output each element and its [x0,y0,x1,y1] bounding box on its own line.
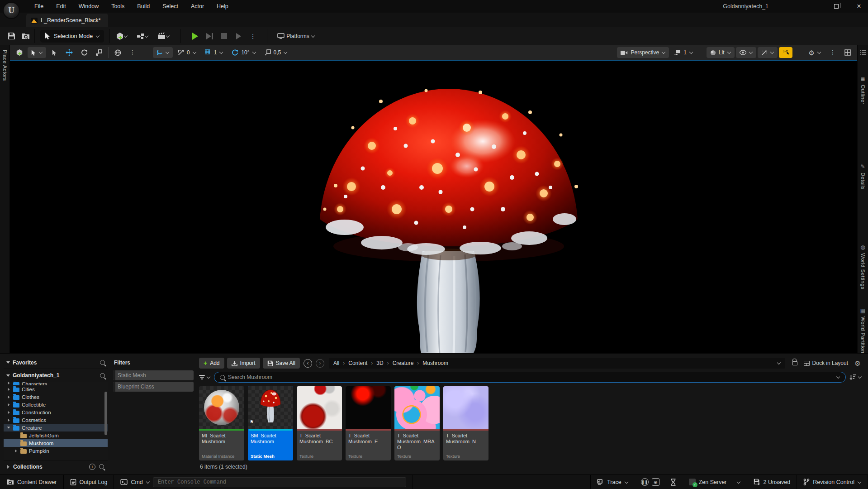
menu-build[interactable]: Build [132,1,155,11]
perspective-dropdown[interactable]: Perspective [617,47,669,58]
transform-kebab[interactable]: ⋮ [126,47,139,58]
back-button[interactable]: ‹ [304,359,312,368]
tree-item-characters[interactable]: Characters [4,382,108,385]
place-actors-tab[interactable]: Place Actors [0,45,10,353]
menu-select[interactable]: Select [157,1,184,11]
dock-in-layout-button[interactable]: Dock in Layout [804,360,848,366]
save-all-button[interactable]: Save All [263,358,300,369]
quad-layout-button[interactable] [841,47,854,58]
platforms-dropdown[interactable]: Platforms [275,30,318,42]
tree-item-pumpkin[interactable]: Pumpkin [4,447,108,455]
expand-arrow-icon[interactable] [6,382,11,385]
search-assets-input[interactable] [228,374,833,380]
tree-item-construction[interactable]: Construction [4,408,108,416]
right-tab-details[interactable]: ✎Details [860,163,866,190]
zen-server-dropdown[interactable]: Zen Server [683,475,747,489]
filter-dropdown[interactable] [199,375,210,379]
tree-item-jellyfishgum[interactable]: JellyfishGum [4,431,108,439]
search-icon[interactable] [100,373,105,378]
output-log-button[interactable]: Output Log [64,475,114,489]
search-icon[interactable] [99,464,104,469]
content-drawer-button[interactable]: Content Drawer [0,475,64,489]
tree-item-mushroom[interactable]: Mushroom [4,439,108,447]
search-icon[interactable] [100,360,105,365]
expand-arrow-icon[interactable] [6,388,11,391]
menu-actor[interactable]: Actor [185,1,209,11]
cinematics-dropdown[interactable] [153,30,173,43]
snapshot-icon[interactable]: ◉ [652,478,659,486]
play-options-kebab[interactable]: ⋮ [246,30,260,43]
asset-tile-t_scarlet-mushroom_e[interactable]: T_Scarlet Mushroom_ETexture [346,386,391,460]
minimize-button[interactable]: — [805,0,823,12]
content-browser-settings-button[interactable]: ⚙ [851,358,864,369]
filter-chip-static-mesh[interactable]: Static Mesh [113,370,194,380]
screen-percentage-dropdown[interactable]: 1 [670,47,697,58]
breadcrumb-3d[interactable]: 3D [376,360,383,366]
sort-dropdown[interactable] [849,374,864,380]
console-command-input[interactable]: Enter Console Command [153,477,406,487]
expand-arrow-icon[interactable] [6,403,11,407]
add-button[interactable]: + Add [199,358,224,369]
breadcrumb[interactable]: All›Content›3D›Creature›Mushroom [329,358,785,369]
tree-scrollbar[interactable] [104,392,107,435]
asset-tile-t_scarlet-mushroom_bc[interactable]: T_Scarlet Mushroom_BCTexture [297,386,342,460]
right-tab-world-settings[interactable]: ◍World Settings [860,244,866,289]
breadcrumb-creature[interactable]: Creature [393,360,414,366]
import-button[interactable]: Import [227,358,260,369]
browse-content-button[interactable] [19,30,33,43]
expand-arrow-icon[interactable] [6,411,11,414]
search-options-chevron[interactable] [836,375,840,379]
save-level-button[interactable] [5,30,18,43]
breadcrumb-mushroom[interactable]: Mushroom [422,360,448,366]
favorites-header[interactable]: Favorites [4,356,108,369]
expand-arrow-icon[interactable] [14,449,18,453]
asset-tile-t_scarlet-mushroom_mrao[interactable]: T_Scarlet Mushroom_MRAOTexture [394,386,440,460]
expand-arrow-icon[interactable] [6,418,11,422]
vp-add-actor-button[interactable] [13,47,26,58]
tree-item-collectible[interactable]: Collectible [4,401,108,408]
menu-edit[interactable]: Edit [51,1,71,11]
asset-tile-sm_scarlet-mushroom[interactable]: *SM_Scarlet MushroomStatic Mesh [248,386,293,460]
asset-tile-t_scarlet-mushroom_n[interactable]: T_Scarlet Mushroom_NTexture [443,386,489,460]
select-tool-button[interactable] [47,47,61,58]
scale-tool-button[interactable] [92,47,106,58]
right-tab-outliner[interactable]: ≣Outliner [860,76,866,104]
eject-button[interactable] [232,30,245,43]
viewport-settings-dropdown[interactable]: ⚙ [805,47,825,58]
menu-file[interactable]: File [29,1,49,11]
close-button[interactable]: × [850,0,868,12]
move-tool-button[interactable] [62,47,76,58]
add-collection-icon[interactable]: + [89,464,95,470]
unsaved-button[interactable]: 2 Unsaved [747,475,797,489]
camera-speed-highlight-button[interactable] [779,47,792,58]
menu-tools[interactable]: Tools [106,1,130,11]
rotation-snap-dropdown[interactable]: 10° [228,47,259,58]
tree-item-clothes[interactable]: Clothes [4,393,108,401]
tree-item-creature[interactable]: Creature [4,424,108,431]
grid-snap-dropdown[interactable]: 1 [201,47,227,58]
tree-item-cosmetics[interactable]: Cosmetics [4,416,108,424]
insights-pause-icon[interactable]: ❚❚ [641,478,649,486]
unlock-icon[interactable] [792,361,797,365]
surface-snapping-dropdown[interactable] [153,47,173,58]
path-picker-chevron[interactable] [777,361,781,365]
lit-mode-dropdown[interactable]: Lit [707,47,735,58]
stop-button[interactable] [217,30,231,43]
add-actor-dropdown[interactable] [112,30,132,43]
project-header[interactable]: Goldanniyatech_1 [4,369,108,382]
collapse-arrow-icon[interactable] [6,427,11,429]
breadcrumb-content[interactable]: Content [348,360,367,366]
right-tab-world-partition[interactable]: ▦World Partition [860,307,866,353]
expand-arrow-icon[interactable] [6,395,11,399]
blueprints-dropdown[interactable] [133,30,152,43]
rotate-tool-button[interactable] [77,47,91,58]
cmd-dropdown[interactable]: Cmd Enter Console Command [114,475,413,489]
viewport-kebab[interactable]: ⋮ [826,47,840,58]
level-tab[interactable]: L_RenderScene_Black* [26,14,108,27]
collections-header[interactable]: Collections + [4,460,108,473]
vp-select-mode-dropdown[interactable] [28,47,46,58]
menu-help[interactable]: Help [211,1,234,11]
revision-control-dropdown[interactable]: Revision Control [797,475,868,489]
location-snap-dropdown[interactable]: 0 [174,47,200,58]
sidebar-toggle-icon[interactable] [858,48,868,58]
